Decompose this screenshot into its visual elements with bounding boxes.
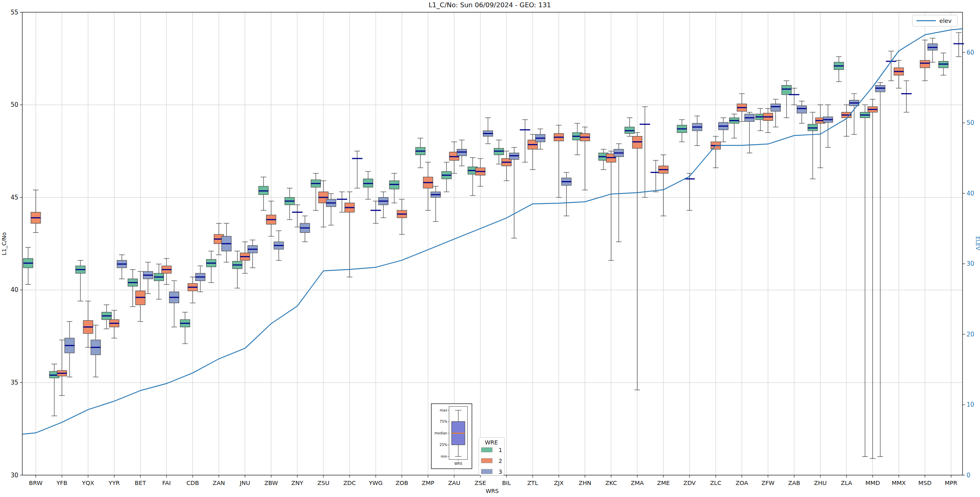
box-MMD-wre3 xyxy=(876,83,885,457)
y-tick-label: 35 xyxy=(10,379,18,386)
box-ZHU-wre3 xyxy=(823,105,833,147)
box-ZDV-wre1 xyxy=(677,120,687,142)
box-ZJX-wre2 xyxy=(554,125,564,198)
box-ZMP-wre2 xyxy=(423,162,433,210)
x-tick-label: ZDV xyxy=(683,480,696,486)
x-tick-label: ZSU xyxy=(317,480,329,486)
x-tick-label: ZKC xyxy=(605,480,617,486)
elev-line-layer xyxy=(23,29,963,434)
x-tick-label: ZOA xyxy=(736,480,748,486)
inset-label-75: 75% xyxy=(440,420,447,424)
box-ZAB-wre3 xyxy=(797,101,806,123)
x-tick-label: CDB xyxy=(186,480,199,486)
chart-container: 3035404550550102030405060BRWYFBYQXYYRBET… xyxy=(0,0,980,497)
x-tick-label: MPR xyxy=(945,480,957,486)
right-tick-label: 0 xyxy=(967,472,971,479)
x-tick-label: BET xyxy=(135,480,146,486)
inset-xlabel: WRS xyxy=(454,462,462,466)
right-tick-label: 20 xyxy=(967,331,974,338)
box-FAI-wre3 xyxy=(169,281,179,327)
x-tick-label: ZTL xyxy=(527,480,538,486)
x-tick-label: YYR xyxy=(108,480,120,486)
y-tick-label: 45 xyxy=(10,194,18,201)
x-tick-label: BIL xyxy=(502,480,511,486)
x-tick-label: JNU xyxy=(239,480,250,486)
wre3-swatch xyxy=(481,469,492,474)
x-tick-label: ZHU xyxy=(814,480,827,486)
box-ZDV-wre3 xyxy=(692,116,702,146)
box-MMD-wre2 xyxy=(868,99,878,458)
x-tick-label: ZAB xyxy=(788,480,800,486)
box-ZAU-wre3 xyxy=(457,140,466,166)
box-ZDC-wre3 xyxy=(352,151,362,188)
box-ZNY-wre1 xyxy=(285,188,295,220)
box-ZME-wre1 xyxy=(651,160,661,191)
x-tick-label: ZJX xyxy=(554,480,564,486)
wre3-label: 3 xyxy=(499,468,502,475)
box-ZMP-wre1 xyxy=(415,138,425,168)
x-tick-label: ZAU xyxy=(448,480,460,486)
inset-label-25: 25% xyxy=(440,443,447,447)
box-ZSE-wre2 xyxy=(475,159,485,186)
right-tick-label: 10 xyxy=(967,401,974,408)
x-tick-label: ZBW xyxy=(264,480,278,486)
box-BRW-wre1 xyxy=(23,247,33,284)
x-tick-label: ZSE xyxy=(475,480,486,486)
box-ZSE-wre3 xyxy=(483,118,493,144)
box-YQX-wre1 xyxy=(76,261,85,301)
box-CDB-wre1 xyxy=(180,312,190,344)
box-MMX-wre2 xyxy=(894,60,904,88)
x-tick-label: ZAN xyxy=(213,480,225,486)
elev-legend-label: elev xyxy=(939,18,952,24)
box-ZMA-wre3 xyxy=(640,107,650,198)
box-MPR-wre1 xyxy=(939,53,948,75)
y-tick-label: 50 xyxy=(10,101,18,108)
x-tick-label: MSD xyxy=(918,480,931,486)
box-rect xyxy=(920,60,930,67)
elev-line xyxy=(23,29,963,434)
box-MMX-wre3 xyxy=(901,81,912,112)
box-ZBW-wre2 xyxy=(266,201,276,236)
box-BET-wre3 xyxy=(143,262,153,293)
box-ZMA-wre2 xyxy=(632,132,642,390)
box-rect xyxy=(782,86,791,95)
box-ZDV-wre2 xyxy=(684,173,695,210)
box-rect xyxy=(771,104,780,111)
box-ZOB-wre2 xyxy=(397,199,407,234)
boxplot-explainer-inset: max 75% median 25% min WRS xyxy=(432,404,472,469)
x-tick-label: ZOB xyxy=(396,480,408,486)
wre2-label: 2 xyxy=(499,458,502,464)
box-MMD-wre1 xyxy=(860,105,870,456)
box-YFB-wre3 xyxy=(65,322,74,377)
box-ZAU-wre1 xyxy=(442,162,451,192)
wre-legend-title: WRE xyxy=(485,439,498,446)
x-tick-label: ZFW xyxy=(761,480,775,486)
x-tick-label: ZMP xyxy=(422,480,434,486)
box-ZOA-wre1 xyxy=(729,114,739,138)
inset-label-min: min xyxy=(441,454,447,458)
x-tick-label: ZLA xyxy=(841,480,852,486)
right-tick-label: 60 xyxy=(967,49,974,56)
box-ZHN-wre2 xyxy=(580,127,590,190)
y-axis-label: L1_C/No xyxy=(1,232,7,255)
box-ZMA-wre1 xyxy=(625,118,634,136)
wre2-swatch xyxy=(481,458,492,463)
boxplot-chart: 3035404550550102030405060BRWYFBYQXYYRBET… xyxy=(0,0,980,497)
box-ZME-wre2 xyxy=(659,155,668,216)
box-ZAB-wre1 xyxy=(782,81,791,118)
y-tick-label: 55 xyxy=(10,9,18,16)
elev-legend[interactable]: elev xyxy=(912,15,957,26)
x-tick-label: BRW xyxy=(29,480,43,486)
box-ZBW-wre1 xyxy=(259,177,268,210)
x-tick-label: MMD xyxy=(865,480,880,486)
wre-legend[interactable]: WRE 1 2 3 xyxy=(479,438,505,475)
x-tick-label: YFB xyxy=(56,480,68,486)
box-ZBW-wre3 xyxy=(274,231,284,261)
x-tick-label: ZMA xyxy=(631,480,644,486)
box-ZAN-wre1 xyxy=(207,251,216,282)
y-tick-label: 30 xyxy=(10,472,18,479)
box-YYR-wre3 xyxy=(117,255,127,279)
page-title: L1_C/No: Sun 06/09/2024 - GEO: 131 xyxy=(429,1,551,9)
x-axis-label: WRS xyxy=(486,488,499,494)
right-axis-label: ELEV xyxy=(975,236,980,250)
